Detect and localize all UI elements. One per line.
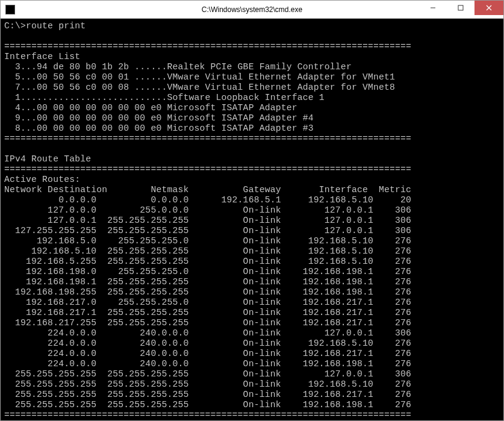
terminal-line: 192.168.198.0 255.255.255.0 On-link 192.… xyxy=(4,267,500,277)
terminal-line: 192.168.217.1 255.255.255.255 On-link 19… xyxy=(4,308,500,318)
terminal-line: ========================================… xyxy=(4,134,500,144)
terminal-line: 192.168.5.0 255.255.255.0 On-link 192.16… xyxy=(4,236,500,246)
close-icon xyxy=(486,5,492,11)
terminal-line: 8...00 00 00 00 00 00 00 e0 Microsoft IS… xyxy=(4,123,500,134)
terminal-line: 224.0.0.0 240.0.0.0 On-link 127.0.0.1 30… xyxy=(4,328,500,338)
terminal-line: 192.168.198.1 255.255.255.255 On-link 19… xyxy=(4,277,500,287)
terminal-line: C:\>route print xyxy=(4,21,500,31)
terminal-line: 224.0.0.0 240.0.0.0 On-link 192.168.5.10… xyxy=(4,338,500,349)
terminal-line: 192.168.198.255 255.255.255.255 On-link … xyxy=(4,287,500,298)
terminal-line: 127.255.255.255 255.255.255.255 On-link … xyxy=(4,226,500,236)
terminal-line: Interface List xyxy=(4,52,500,62)
terminal-output[interactable]: C:\>route print ========================… xyxy=(1,19,503,420)
terminal-line: 127.0.0.1 255.255.255.255 On-link 127.0.… xyxy=(4,216,500,226)
maximize-icon xyxy=(458,5,464,11)
terminal-line: 224.0.0.0 240.0.0.0 On-link 192.168.217.… xyxy=(4,349,500,359)
terminal-line: 0.0.0.0 0.0.0.0 192.168.5.1 192.168.5.10… xyxy=(4,195,500,205)
terminal-line: Active Routes: xyxy=(4,175,500,185)
terminal-line: 192.168.5.10 255.255.255.255 On-link 192… xyxy=(4,246,500,257)
window-title: C:\Windows\system32\cmd.exe xyxy=(202,5,302,14)
terminal-line xyxy=(4,144,500,154)
minimize-icon xyxy=(430,5,436,11)
terminal-line: 255.255.255.255 255.255.255.255 On-link … xyxy=(4,390,500,400)
terminal-line: 255.255.255.255 255.255.255.255 On-link … xyxy=(4,379,500,390)
terminal-line xyxy=(4,31,500,42)
terminal-line: 3...94 de 80 b0 1b 2b ......Realtek PCIe… xyxy=(4,62,500,72)
maximize-button[interactable] xyxy=(447,1,474,15)
terminal-line: 192.168.217.0 255.255.255.0 On-link 192.… xyxy=(4,298,500,308)
svg-rect-1 xyxy=(458,5,463,10)
terminal-line: ========================================… xyxy=(4,42,500,52)
minimize-button[interactable] xyxy=(419,1,447,15)
terminal-line: 192.168.5.255 255.255.255.255 On-link 19… xyxy=(4,257,500,267)
terminal-line: Network Destination Netmask Gateway Inte… xyxy=(4,185,500,195)
terminal-line: 255.255.255.255 255.255.255.255 On-link … xyxy=(4,400,500,410)
terminal-line: 5...00 50 56 c0 00 01 ......VMware Virtu… xyxy=(4,72,500,83)
terminal-line: 7...00 50 56 c0 00 08 ......VMware Virtu… xyxy=(4,83,500,93)
terminal-line: ========================================… xyxy=(4,410,500,420)
titlebar[interactable]: C:\Windows\system32\cmd.exe xyxy=(1,1,503,19)
close-button[interactable] xyxy=(474,1,503,15)
terminal-line: 4...00 00 00 00 00 00 00 e0 Microsoft IS… xyxy=(4,103,500,113)
window-controls xyxy=(419,1,503,15)
terminal-line: 9...00 00 00 00 00 00 00 e0 Microsoft IS… xyxy=(4,113,500,123)
cmd-window: C:\Windows\system32\cmd.exe C:\>route pr… xyxy=(0,0,504,421)
terminal-line: 255.255.255.255 255.255.255.255 On-link … xyxy=(4,369,500,379)
terminal-line: IPv4 Route Table xyxy=(4,154,500,164)
terminal-line: 192.168.217.255 255.255.255.255 On-link … xyxy=(4,318,500,328)
terminal-line: 127.0.0.0 255.0.0.0 On-link 127.0.0.1 30… xyxy=(4,205,500,216)
terminal-line: ========================================… xyxy=(4,164,500,175)
terminal-line: 1...........................Software Loo… xyxy=(4,93,500,103)
app-icon xyxy=(5,5,15,14)
terminal-line: 224.0.0.0 240.0.0.0 On-link 192.168.198.… xyxy=(4,359,500,369)
